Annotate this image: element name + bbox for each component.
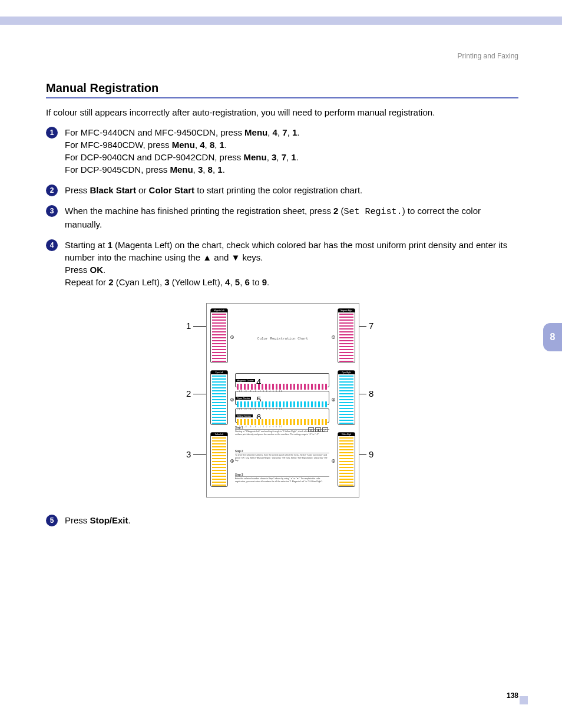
mono-text: Set Regist. <box>344 207 402 217</box>
t: . <box>297 127 299 137</box>
callout-7: 7 <box>369 321 373 331</box>
info-icon: 9 <box>332 459 335 463</box>
t: For MFC-9440CN and MFC-9450CDN, press <box>65 127 244 137</box>
t: 9 <box>262 277 267 287</box>
stripes-icon <box>339 437 353 486</box>
t: 3 <box>198 164 203 174</box>
t: , <box>276 152 281 162</box>
t: , <box>193 164 198 174</box>
info-icon: 8 <box>332 398 335 401</box>
instr-title: Step 3 <box>235 473 329 477</box>
box-header: Yellow Right <box>338 433 355 436</box>
box-header: Cyan Right <box>338 371 355 374</box>
t: 4 <box>200 140 204 150</box>
t: For DCP-9040CN and DCP-9042CDN, press <box>65 152 243 162</box>
chapter-tab[interactable]: 8 <box>543 323 562 351</box>
yellow-right-box: Yellow Right <box>338 432 355 487</box>
t: (Yellow Left), <box>170 277 226 287</box>
stripes-icon <box>339 314 353 362</box>
step-bullet-4: 4 <box>46 239 58 251</box>
callout-9: 9 <box>369 449 373 459</box>
step-bullet-1: 1 <box>46 127 58 139</box>
magenta-right-box: Magenta Right <box>338 308 355 363</box>
t: Color Start <box>149 185 195 195</box>
box-header: Yellow Left <box>211 433 227 436</box>
t: 8 <box>210 140 214 150</box>
t: . <box>296 152 299 162</box>
callout-2: 2 <box>186 388 191 398</box>
step-bullet-2: 2 <box>46 185 58 196</box>
box-header: Magenta Center <box>236 379 255 382</box>
t: When the machine has finished printing t… <box>65 206 333 216</box>
t: Stop/Exit <box>90 515 128 525</box>
t: , <box>267 127 272 137</box>
box-header: Magenta Right <box>338 309 355 312</box>
stripes-icon <box>339 375 353 424</box>
yellow-left-box: Yellow Left <box>210 432 228 487</box>
info-icon: 7 <box>332 335 335 339</box>
page-accent-icon <box>520 696 528 704</box>
t: Press <box>65 185 90 195</box>
info-icon: 2 <box>230 398 234 401</box>
breadcrumb: Printing and Faxing <box>458 52 518 60</box>
t: 7 <box>282 152 286 162</box>
t: Press <box>65 265 90 275</box>
t: to start printing the color registration… <box>194 185 362 195</box>
callout-3: 3 <box>186 449 191 459</box>
t: Menu <box>243 152 266 162</box>
t: . <box>224 140 227 150</box>
intro-text: If colour still appears incorrectly afte… <box>46 107 518 117</box>
step-2: 2 Press Black Start or Color Start to st… <box>46 184 518 196</box>
t: 2 <box>108 277 113 287</box>
instr-body: Enter the selected number shown in Step … <box>235 477 329 482</box>
t: 1 <box>217 164 222 174</box>
top-accent-bar <box>0 17 562 25</box>
callout-8: 8 <box>369 388 373 398</box>
t: (Cyan Left), <box>114 277 165 287</box>
info-icon: 1 <box>230 335 234 339</box>
page-number: 138 <box>507 691 518 700</box>
t: 1 <box>220 140 224 150</box>
step-3: 3 When the machine has finished printing… <box>46 205 518 230</box>
t: 6 <box>244 277 249 287</box>
yellow-center-box: Yellow Center -10 -8 -6 -4 -2 0 2 4 6 8 … <box>235 409 329 423</box>
registration-chart-figure: 1 2 3 7 8 9 4 5 6 Magenta Left Cyan Left… <box>177 297 389 503</box>
t: Menu <box>170 164 193 174</box>
t: 1 <box>291 152 296 162</box>
t: Black Start <box>90 185 136 195</box>
cyan-center-box: Cyan Center -10 -8 -6 -4 -2 0 2 4 6 8 10 <box>235 391 329 405</box>
t: . <box>223 164 225 174</box>
stripes-icon <box>212 314 226 362</box>
t: , <box>230 277 234 287</box>
t: , <box>267 152 272 162</box>
t: 8 <box>208 164 213 174</box>
cyan-left-box: Cyan Left <box>210 370 228 425</box>
stripe-icon: ▮ <box>315 427 321 432</box>
t: , <box>214 140 219 150</box>
t: 5 <box>235 277 240 287</box>
t: to <box>250 277 262 287</box>
t: (Magenta Left) on the chart, check which… <box>65 240 507 262</box>
stripes-icon <box>237 384 328 390</box>
t: Repeat for <box>65 277 108 287</box>
t: ( <box>338 206 343 216</box>
instruction-step-2: Step 2 To enter the selected numbers, fr… <box>235 450 329 462</box>
magenta-center-box: Magenta Center -10 -8 -6 -4 -2 0 2 4 6 8… <box>235 373 329 387</box>
t: 7 <box>282 127 287 137</box>
stripes-icon <box>237 419 328 425</box>
info-icon: 3 <box>230 459 234 463</box>
instruction-step-1: Step 1 Starting at "1 Magenta Left" and … <box>235 426 329 436</box>
t: . <box>128 515 131 525</box>
chart-title: Color Registration Chart <box>242 337 323 341</box>
t: Press <box>65 515 90 525</box>
box-header: Yellow Center <box>236 414 253 417</box>
chart-sheet: 4 5 6 Magenta Left Cyan Left Yellow Left… <box>206 303 359 498</box>
t: , <box>203 164 207 174</box>
instruction-step-3: Step 3 Enter the selected number shown i… <box>235 473 329 483</box>
t: For DCP-9045CDN, press <box>65 164 170 174</box>
t: , <box>287 127 292 137</box>
step-4: 4 Starting at 1 (Magenta Left) on the ch… <box>46 239 518 288</box>
steps-list: 1 For MFC-9440CN and MFC-9450CDN, press … <box>46 126 518 297</box>
instr-body: To enter the selected numbers, from the … <box>235 454 329 462</box>
t: Starting at <box>65 240 108 250</box>
